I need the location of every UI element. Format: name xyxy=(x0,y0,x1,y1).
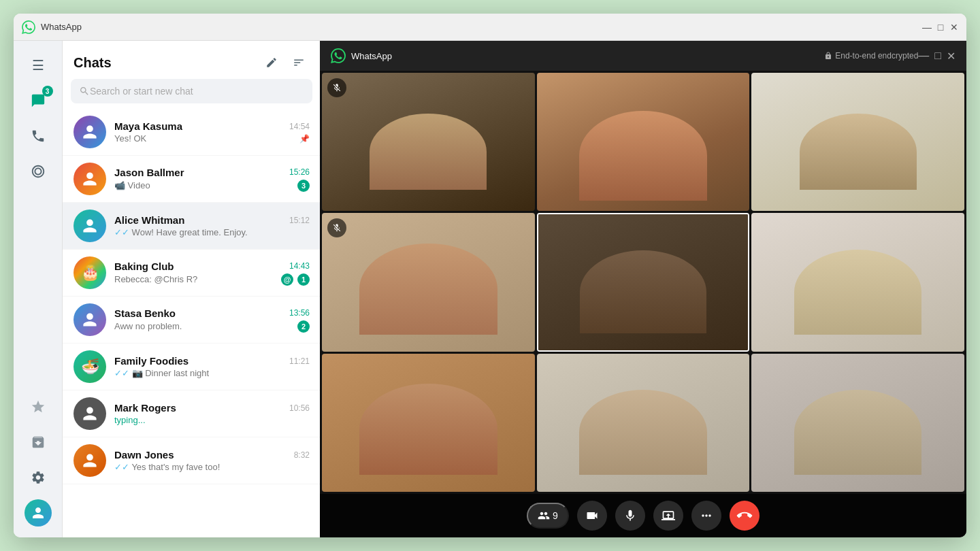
maximize-button[interactable]: □ xyxy=(936,23,945,31)
end-call-button[interactable] xyxy=(730,501,760,531)
share-screen-icon xyxy=(662,509,675,522)
chat-preview: ✓✓ Yes that's my fave too! xyxy=(114,462,310,472)
minimize-video-button[interactable]: — xyxy=(918,50,929,63)
call-controls-bar: 9 xyxy=(320,494,966,537)
mute-indicator xyxy=(327,78,346,97)
chat-time: 15:12 xyxy=(289,216,310,225)
status-icon xyxy=(31,164,46,179)
list-item[interactable]: 🍜 Family Foodies 11:21 ✓✓ 📷 Dinner last … xyxy=(63,344,321,390)
list-item[interactable]: 🎂 Baking Club 14:43 Rebecca: @Chris R? @… xyxy=(63,250,321,297)
chat-preview: ✓✓ Wow! Have great time. Enjoy. xyxy=(114,227,310,237)
sidebar-item-settings[interactable] xyxy=(22,461,54,494)
video-cell xyxy=(322,213,535,351)
lock-icon xyxy=(824,52,832,60)
menu-icon: ☰ xyxy=(32,57,44,73)
maximize-video-button[interactable]: □ xyxy=(934,50,941,63)
video-cell-active xyxy=(537,213,750,351)
avatar xyxy=(74,116,106,148)
video-toggle-button[interactable] xyxy=(577,501,607,531)
chat-name: Alice Whitman xyxy=(114,214,184,226)
chat-preview: 📹 Video xyxy=(114,180,293,190)
e2e-text: End-to-end endcrypted xyxy=(835,51,918,61)
title-bar: WhatsApp — □ ✕ xyxy=(14,14,966,41)
video-call-titlebar: WhatsApp End-to-end endcrypted — □ ✕ xyxy=(320,41,966,71)
filter-icon xyxy=(293,56,305,69)
my-avatar xyxy=(24,499,52,527)
list-item[interactable]: Stasa Benko 13:56 Aww no problem. 2 xyxy=(63,297,321,344)
search-input[interactable] xyxy=(90,86,304,97)
list-item[interactable]: Jason Ballmer 15:26 📹 Video 3 xyxy=(63,156,321,203)
microphone-icon xyxy=(623,509,637,522)
video-cell xyxy=(537,354,750,492)
video-cell xyxy=(751,354,964,492)
more-options-button[interactable] xyxy=(691,501,721,531)
chat-info: Stasa Benko 13:56 Aww no problem. 2 xyxy=(114,307,310,333)
unread-badge: 1 xyxy=(297,273,310,286)
video-cell xyxy=(322,73,535,211)
sidebar-bottom xyxy=(22,390,54,537)
header-actions xyxy=(261,52,310,73)
close-video-button[interactable]: ✕ xyxy=(947,50,956,63)
whatsapp-logo-icon xyxy=(331,48,346,63)
search-bar xyxy=(71,79,312,103)
more-icon xyxy=(700,509,713,522)
sidebar-item-me[interactable] xyxy=(22,497,54,529)
search-icon xyxy=(79,86,90,97)
avatar xyxy=(74,210,106,242)
mention-badge: @ xyxy=(281,273,293,286)
chat-time: 8:32 xyxy=(294,450,310,460)
sidebar-item-menu[interactable]: ☰ xyxy=(22,49,54,82)
whatsapp-logo-icon xyxy=(22,20,35,34)
chat-info: Dawn Jones 8:32 ✓✓ Yes that's my fave to… xyxy=(114,449,310,472)
list-item[interactable]: Maya Kasuma 14:54 Yes! OK 📌 xyxy=(63,109,321,156)
chat-info: Baking Club 14:43 Rebecca: @Chris R? @ 1 xyxy=(114,261,310,286)
end-call-icon xyxy=(734,505,755,526)
sidebar-item-status[interactable] xyxy=(22,155,54,188)
avatar xyxy=(74,397,106,430)
sidebar-item-archived[interactable] xyxy=(22,426,54,458)
chat-name: Family Foodies xyxy=(114,355,189,367)
list-item[interactable]: Dawn Jones 8:32 ✓✓ Yes that's my fave to… xyxy=(63,437,321,484)
sidebar-item-calls[interactable] xyxy=(22,120,54,152)
chat-time: 10:56 xyxy=(289,403,310,413)
main-window: WhatsApp — □ ✕ ☰ 3 xyxy=(14,14,966,537)
sidebar: ☰ 3 xyxy=(14,41,63,537)
sidebar-item-starred[interactable] xyxy=(22,390,54,423)
share-screen-button[interactable] xyxy=(653,501,683,531)
list-item[interactable]: Mark Rogers 10:56 typing... xyxy=(63,390,321,437)
camera-icon xyxy=(585,509,599,522)
chat-preview: Aww no problem. xyxy=(114,321,293,331)
avatar xyxy=(74,444,106,477)
chat-name: Mark Rogers xyxy=(114,402,176,414)
new-chat-button[interactable] xyxy=(261,52,282,73)
sidebar-item-chats[interactable]: 3 xyxy=(22,84,54,117)
video-cell xyxy=(751,73,964,211)
chats-icon xyxy=(31,93,46,108)
chats-badge: 3 xyxy=(42,86,53,97)
list-item[interactable]: Alice Whitman 15:12 ✓✓ Wow! Have great t… xyxy=(63,203,321,250)
participants-button[interactable]: 9 xyxy=(527,503,569,529)
chat-name: Stasa Benko xyxy=(114,307,176,319)
video-call-window: WhatsApp End-to-end endcrypted — □ ✕ xyxy=(320,41,966,537)
video-cell xyxy=(751,213,964,351)
chat-info: Mark Rogers 10:56 typing... xyxy=(114,402,310,425)
mute-button[interactable] xyxy=(615,501,645,531)
chat-preview: Yes! OK xyxy=(114,133,297,144)
chat-time: 14:43 xyxy=(289,261,310,271)
chat-info: Jason Ballmer 15:26 📹 Video 3 xyxy=(114,167,310,192)
avatar: 🎂 xyxy=(74,256,106,289)
video-cell xyxy=(537,73,750,211)
chat-preview: typing... xyxy=(114,415,310,425)
chat-time: 11:21 xyxy=(289,356,310,366)
archived-icon xyxy=(31,435,46,450)
unread-badge: 2 xyxy=(297,320,310,333)
chats-title: Chats xyxy=(74,55,112,71)
minimize-button[interactable]: — xyxy=(923,23,931,31)
participants-count: 9 xyxy=(553,510,558,521)
chat-info: Alice Whitman 15:12 ✓✓ Wow! Have great t… xyxy=(114,214,310,237)
filter-button[interactable] xyxy=(288,52,310,73)
content-area: ☰ 3 xyxy=(14,41,966,537)
close-button[interactable]: ✕ xyxy=(950,23,958,31)
chat-info: Maya Kasuma 14:54 Yes! OK 📌 xyxy=(114,120,310,144)
calls-icon xyxy=(31,129,46,144)
